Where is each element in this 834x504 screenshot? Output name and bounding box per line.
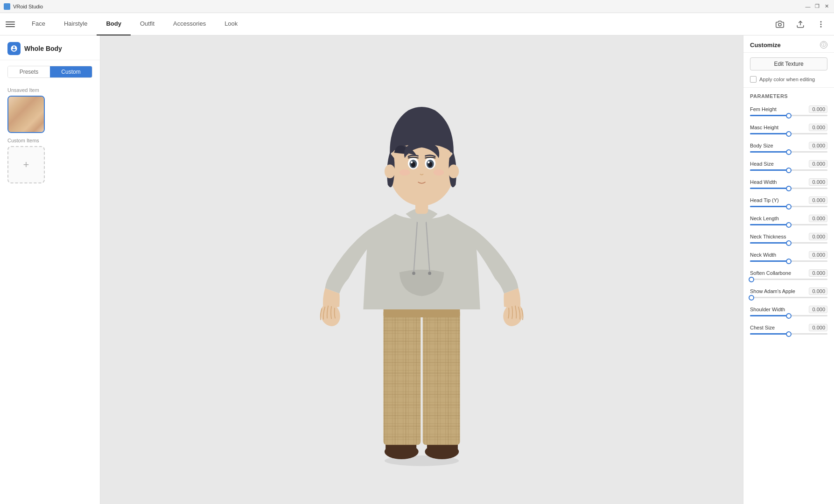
svg-point-17 [412,272,415,275]
tab-hairstyle[interactable]: Hairstyle [55,13,97,35]
slider-thumb[interactable] [786,240,792,246]
param-value: 0.000 [809,215,827,222]
skin-texture [8,97,44,132]
edit-texture-button[interactable]: Edit Texture [750,57,827,70]
slider-thumb[interactable] [786,131,792,137]
svg-point-35 [385,165,395,179]
svg-point-32 [428,161,430,164]
param-name: Neck Length [750,216,779,221]
slider-thumb[interactable] [749,295,754,301]
param-name: Body Size [750,143,773,148]
right-panel-title: Customize [750,42,781,49]
param-value: 0.000 [809,233,827,240]
add-item-button[interactable]: + [7,146,45,183]
param-row-shoulder-width: Shoulder Width 0.000 [743,303,834,321]
params-title: Parameters [743,91,834,103]
slider-thumb[interactable] [786,149,792,155]
slider-track[interactable] [750,169,827,171]
slider-thumb[interactable] [786,313,792,319]
param-row-body-size: Body Size 0.000 [743,139,834,157]
param-row-head-size: Head Size 0.000 [743,157,834,175]
content-area: Whole Body Presets Custom Unsaved Item C… [0,35,834,504]
param-row-soften-collarbone: Soften Collarbone 0.000 [743,266,834,285]
minimize-button[interactable]: — [804,3,812,10]
slider-track[interactable] [750,260,827,262]
svg-point-18 [428,272,431,275]
param-name: Chest Size [750,325,775,330]
preset-toggle: Presets Custom [7,66,92,78]
slider-track[interactable] [750,133,827,134]
svg-point-2 [820,21,821,22]
param-row-chest-size: Chest Size 0.000 [743,321,834,339]
param-row-masc-height: Masc Height 0.000 [743,121,834,139]
character-display [100,35,743,504]
slider-track[interactable] [750,151,827,153]
maximize-button[interactable]: ❐ [813,3,821,10]
param-name: Shoulder Width [750,307,785,312]
slider-thumb[interactable] [749,277,754,282]
slider-track[interactable] [750,224,827,225]
slider-track[interactable] [750,333,827,335]
params-section: Parameters Fem Height 0.000 Masc Height … [743,88,834,339]
param-name: Neck Thickness [750,234,786,239]
more-options-button[interactable] [813,17,828,32]
left-sidebar: Whole Body Presets Custom Unsaved Item C… [0,35,100,504]
close-button[interactable]: ✕ [823,3,830,10]
tab-outfit[interactable]: Outfit [131,13,164,35]
custom-button[interactable]: Custom [50,66,92,77]
svg-point-3 [820,24,821,25]
info-button[interactable]: ⓘ [820,41,827,49]
toolbar-actions [772,17,828,32]
slider-thumb[interactable] [786,222,792,228]
slider-track[interactable] [750,315,827,316]
slider-thumb[interactable] [786,113,792,119]
menu-button[interactable] [6,20,15,29]
slider-thumb[interactable] [786,331,792,337]
slider-fill [750,169,789,171]
param-value: 0.000 [809,269,827,277]
tab-face[interactable]: Face [22,13,55,35]
slider-track[interactable] [750,188,827,189]
title-bar: VRoid Studio — ❐ ✕ [0,0,834,13]
param-row-head-width: Head Width 0.000 [743,175,834,194]
param-name: Head Width [750,179,777,185]
slider-track[interactable] [750,279,827,280]
slider-fill [750,151,789,153]
param-value: 0.000 [809,105,827,113]
camera-button[interactable] [772,17,787,32]
slider-thumb[interactable] [786,204,792,210]
param-value: 0.000 [809,251,827,259]
presets-button[interactable]: Presets [8,66,50,77]
param-value: 0.000 [809,124,827,131]
center-viewport[interactable] [100,35,743,504]
tab-accessories[interactable]: Accessories [164,13,215,35]
slider-fill [750,260,789,262]
slider-track[interactable] [750,206,827,207]
unsaved-label: Unsaved Item [0,84,100,96]
slider-track[interactable] [750,242,827,244]
tab-body[interactable]: Body [97,13,131,35]
param-name: Soften Collarbone [750,270,791,276]
slider-thumb[interactable] [786,259,792,264]
unsaved-item-card[interactable] [7,96,45,133]
tab-look[interactable]: Look [215,13,247,35]
custom-items-grid: + [0,146,100,183]
slider-track[interactable] [750,115,827,116]
param-name: Masc Height [750,125,778,130]
slider-thumb[interactable] [786,168,792,173]
apply-color-row: Apply color when editing [743,74,834,88]
param-row-head-tip--y-: Head Tip (Y) 0.000 [743,194,834,212]
main-toolbar: Face Hairstyle Body Outfit Accessories L… [0,13,834,35]
slider-fill [750,224,789,225]
svg-point-34 [434,169,444,176]
param-row-neck-width: Neck Width 0.000 [743,248,834,266]
sidebar-header: Whole Body [0,35,100,60]
param-value: 0.000 [809,324,827,331]
slider-track[interactable] [750,297,827,298]
param-value: 0.000 [809,306,827,313]
apply-color-checkbox[interactable] [750,76,757,83]
export-button[interactable] [793,17,808,32]
slider-thumb[interactable] [786,186,792,191]
slider-fill [750,333,789,335]
param-name: Show Adam's Apple [750,288,795,294]
